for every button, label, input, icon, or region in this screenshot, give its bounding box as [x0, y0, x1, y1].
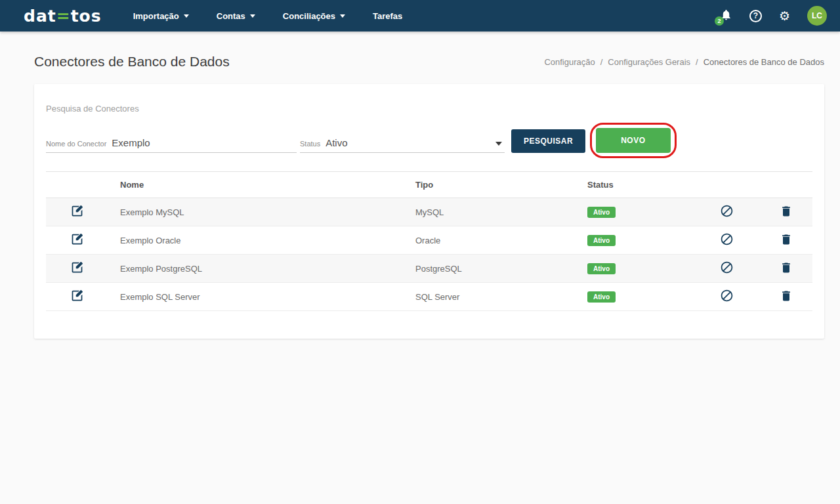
edit-icon [70, 289, 84, 303]
disable-button[interactable] [720, 289, 734, 303]
status-label: Status [300, 140, 320, 148]
column-header-nome: Nome [108, 172, 404, 198]
status-badge: Ativo [587, 263, 616, 274]
connector-type-cell: SQL Server [404, 283, 576, 311]
edit-icon [70, 232, 84, 246]
connector-name-cell: Exemplo MySQL [108, 198, 404, 226]
nav-item-label: Conciliações [283, 11, 335, 21]
logo-accent: = [56, 7, 71, 26]
connector-name-cell: Exemplo SQL Server [108, 283, 404, 311]
logo-text-left: dat [24, 7, 56, 26]
new-button-wrapper: NOVO [596, 128, 670, 153]
trash-icon [780, 261, 793, 274]
notifications-button[interactable]: 2 [720, 9, 732, 24]
edit-button[interactable] [70, 232, 84, 246]
disable-button[interactable] [720, 204, 734, 218]
table-header-row: Nome Tipo Status [46, 172, 812, 198]
search-form: Nome do Conector Status Ativo PESQUISAR … [46, 128, 812, 171]
delete-button[interactable] [780, 289, 793, 303]
block-icon [720, 289, 734, 303]
breadcrumb-item-configuracoes-gerais[interactable]: Configurações Gerais [608, 57, 690, 67]
trash-icon [780, 233, 793, 246]
nav-item-conciliacoes[interactable]: Conciliações [283, 11, 345, 21]
connector-name-field: Nome do Conector [46, 137, 297, 153]
edit-button[interactable] [70, 289, 84, 303]
nav-item-importacao[interactable]: Importação [133, 11, 189, 21]
edit-button[interactable] [70, 261, 84, 274]
status-badge: Ativo [587, 291, 616, 303]
edit-icon [70, 204, 84, 218]
connector-type-cell: MySQL [404, 198, 576, 226]
nav-item-tarefas[interactable]: Tarefas [373, 11, 402, 21]
status-select[interactable]: Status Ativo [300, 137, 505, 153]
trash-icon [780, 205, 793, 218]
logo-text-right: tos [71, 7, 102, 26]
chevron-down-icon [250, 14, 255, 18]
navbar: dat=tos Importação Contas Conciliações T… [0, 0, 840, 32]
block-icon [720, 261, 734, 274]
delete-button[interactable] [780, 233, 793, 246]
column-header-disable [694, 172, 759, 198]
notification-count-badge: 2 [715, 16, 724, 26]
breadcrumb-item-configuracao[interactable]: Configuração [544, 57, 595, 67]
connector-type-cell: Oracle [404, 226, 576, 255]
connectors-table: Nome Tipo Status Exemplo MySQL MySQL Ati… [46, 171, 812, 311]
connector-name-label: Nome do Conector [46, 140, 106, 148]
search-button[interactable]: PESQUISAR [511, 129, 585, 153]
gear-icon: ⚙ [779, 9, 790, 23]
table-row: Exemplo Oracle Oracle Ativo [46, 226, 812, 255]
main-nav: Importação Contas Conciliações Tarefas [133, 11, 403, 21]
page-title: Conectores de Banco de Dados [34, 54, 230, 70]
page-header: Conectores de Banco de Dados Configuraçã… [0, 32, 840, 70]
connectors-panel: Pesquisa de Conectores Nome do Conector … [34, 84, 824, 339]
settings-button[interactable]: ⚙ [779, 10, 790, 22]
nav-item-contas[interactable]: Contas [217, 11, 255, 21]
user-avatar[interactable]: LC [807, 6, 827, 26]
disable-button[interactable] [720, 261, 734, 274]
new-connector-button[interactable]: NOVO [596, 128, 670, 153]
column-header-actions [46, 172, 108, 198]
edit-icon [70, 261, 84, 274]
block-icon [720, 204, 734, 218]
column-header-tipo: Tipo [404, 172, 576, 198]
connector-name-cell: Exemplo Oracle [108, 226, 404, 255]
nav-item-label: Importação [133, 11, 179, 21]
chevron-down-icon [184, 14, 189, 18]
chevron-down-icon [340, 14, 345, 18]
status-badge: Ativo [587, 207, 616, 218]
connector-name-input[interactable] [112, 137, 297, 148]
block-icon [720, 232, 734, 246]
connector-type-cell: PostgreSQL [404, 255, 576, 283]
chevron-down-icon [495, 142, 502, 146]
table-row: Exemplo PostgreSQL PostgreSQL Ativo [46, 255, 812, 283]
breadcrumb: Configuração / Configurações Gerais / Co… [544, 57, 824, 67]
disable-button[interactable] [720, 232, 734, 246]
navbar-actions: 2 ? ⚙ LC [720, 6, 827, 26]
help-icon: ? [753, 11, 758, 20]
breadcrumb-item-current: Conectores de Banco de Dados [704, 57, 824, 67]
trash-icon [780, 289, 793, 303]
breadcrumb-separator: / [600, 57, 603, 67]
nav-item-label: Tarefas [373, 11, 402, 21]
table-row: Exemplo SQL Server SQL Server Ativo [46, 283, 812, 311]
breadcrumb-separator: / [696, 57, 698, 67]
delete-button[interactable] [780, 261, 793, 274]
status-badge: Ativo [587, 235, 616, 246]
dattos-logo[interactable]: dat=tos [24, 7, 102, 26]
delete-button[interactable] [780, 205, 793, 218]
column-header-delete [759, 172, 812, 198]
help-button[interactable]: ? [749, 10, 762, 22]
panel-title: Pesquisa de Conectores [46, 98, 812, 128]
status-selected-value: Ativo [326, 137, 347, 148]
connector-name-cell: Exemplo PostgreSQL [108, 255, 404, 283]
nav-item-label: Contas [217, 11, 245, 21]
edit-button[interactable] [70, 204, 84, 218]
column-header-status: Status [576, 172, 694, 198]
table-row: Exemplo MySQL MySQL Ativo [46, 198, 812, 226]
